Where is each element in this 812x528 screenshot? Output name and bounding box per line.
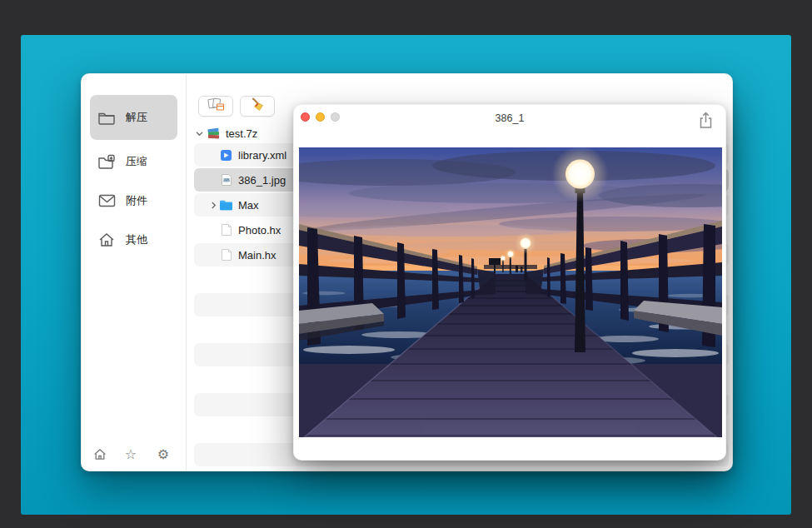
file-label: library.xml <box>238 149 286 162</box>
image-file-icon <box>219 173 233 187</box>
broom-icon <box>250 97 266 115</box>
sidebar-item-extract[interactable]: 解压 <box>90 95 177 140</box>
file-icon <box>219 248 233 262</box>
extract-button[interactable] <box>198 96 233 117</box>
sidebar-item-other[interactable]: 其他 <box>90 221 177 259</box>
extract-icon <box>207 97 226 115</box>
sidebar: 解压 压缩 附件 <box>82 74 187 471</box>
file-label: 386_1.jpg <box>238 174 286 187</box>
sidebar-item-label: 附件 <box>126 193 147 208</box>
desktop-frame: 解压 压缩 附件 <box>0 0 812 528</box>
file-icon <box>219 223 233 237</box>
folder-plus-icon <box>97 152 117 171</box>
envelope-icon <box>97 192 117 210</box>
sidebar-item-label: 解压 <box>126 110 147 125</box>
folder-icon <box>97 108 117 127</box>
chevron-right-icon[interactable] <box>207 202 219 209</box>
sidebar-item-compress[interactable]: 压缩 <box>90 142 177 181</box>
file-label: Photo.hx <box>238 224 281 237</box>
star-icon[interactable]: ☆ <box>121 444 141 464</box>
archive-icon <box>207 127 221 140</box>
preview-window: 386_1 <box>293 104 726 461</box>
sidebar-item-label: 其他 <box>126 232 147 247</box>
clean-button[interactable] <box>240 96 275 117</box>
tree-root-label: test.7z <box>226 127 257 140</box>
xml-file-icon <box>219 148 233 162</box>
home-footer-icon[interactable] <box>90 444 110 464</box>
share-button[interactable] <box>695 110 715 130</box>
sidebar-item-label: 压缩 <box>126 154 147 169</box>
folder-blue-icon <box>219 198 233 212</box>
preview-title: 386_1 <box>294 112 725 124</box>
preview-image-pier-sunset <box>299 147 722 437</box>
chevron-down-icon[interactable] <box>194 131 205 137</box>
folder-label: Max <box>238 199 259 212</box>
sidebar-item-attachments[interactable]: 附件 <box>90 182 177 220</box>
home-icon <box>97 231 117 249</box>
tree-root-row[interactable]: test.7z <box>194 124 257 142</box>
file-label: Main.hx <box>238 249 276 262</box>
gear-icon[interactable]: ⚙ <box>153 444 173 464</box>
